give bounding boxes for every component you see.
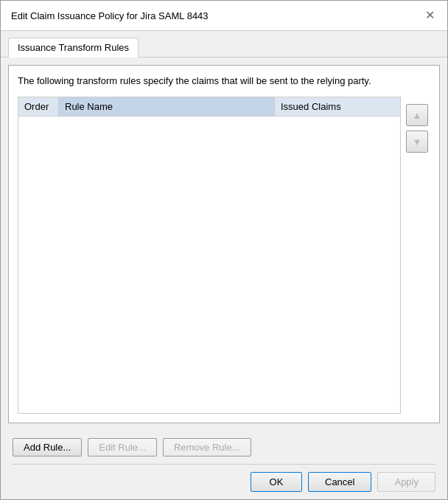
tab-bar: Issuance Transform Rules (1, 31, 447, 58)
arrows-panel: ▲ ▼ (404, 97, 430, 414)
dialog-title: Edit Claim Issuance Policy for Jira SAML… (11, 10, 209, 21)
cancel-button[interactable]: Cancel (308, 472, 371, 492)
edit-rule-button[interactable]: Edit Rule... (88, 438, 157, 456)
move-down-button[interactable]: ▼ (406, 131, 428, 153)
table-body (18, 117, 400, 413)
divider (13, 464, 435, 465)
tab-issuance-transform-rules[interactable]: Issuance Transform Rules (8, 38, 139, 58)
close-button[interactable]: ✕ (422, 8, 437, 23)
tab-content: The following transform rules specify th… (1, 58, 447, 431)
bottom-section: Add Rule... Edit Rule... Remove Rule... … (1, 431, 447, 499)
action-buttons-group: OK Cancel Apply (13, 472, 435, 492)
description-text: The following transform rules specify th… (18, 74, 430, 88)
table-header: Order Rule Name Issued Claims (18, 97, 400, 117)
col-issued-claims-header: Issued Claims (275, 97, 400, 116)
up-arrow-icon: ▲ (413, 110, 422, 121)
col-order-header: Order (18, 97, 59, 116)
inner-content-panel: The following transform rules specify th… (8, 65, 440, 423)
edit-claim-dialog: Edit Claim Issuance Policy for Jira SAML… (0, 0, 448, 500)
table-section: Order Rule Name Issued Claims (18, 97, 401, 414)
ok-button[interactable]: OK (251, 472, 302, 492)
rule-buttons-group: Add Rule... Edit Rule... Remove Rule... (13, 438, 435, 456)
table-and-arrows: Order Rule Name Issued Claims ▲ ▼ (18, 97, 430, 414)
title-bar: Edit Claim Issuance Policy for Jira SAML… (1, 1, 447, 31)
remove-rule-button[interactable]: Remove Rule... (163, 438, 251, 456)
apply-button[interactable]: Apply (377, 472, 435, 492)
col-rule-name-header: Rule Name (59, 97, 275, 116)
move-up-button[interactable]: ▲ (406, 104, 428, 126)
rules-table: Order Rule Name Issued Claims (18, 97, 401, 414)
add-rule-button[interactable]: Add Rule... (13, 438, 82, 456)
down-arrow-icon: ▼ (413, 136, 422, 147)
